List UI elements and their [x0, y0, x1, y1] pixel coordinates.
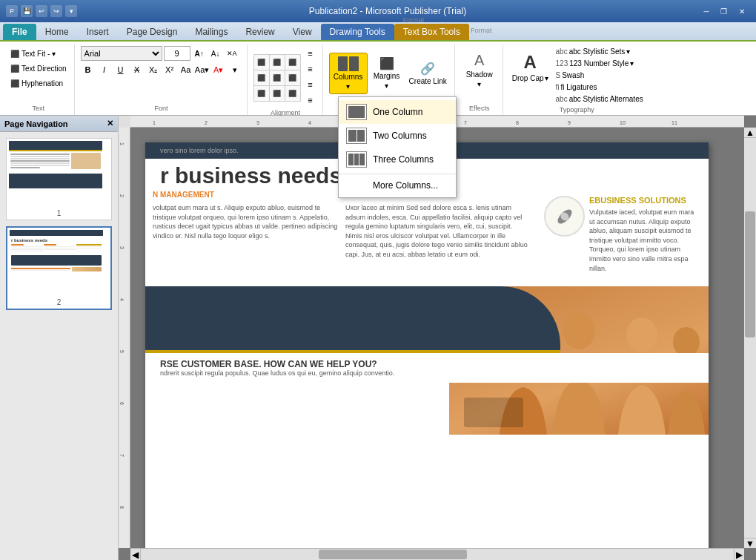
title-bar-left: P 💾 ↩ ↪ ▾	[6, 5, 77, 17]
hyphenation-button[interactable]: ⬛ Hyphenation	[7, 76, 70, 90]
panel-close-icon[interactable]: ✕	[107, 119, 113, 128]
clear-format-button[interactable]: ✕A	[225, 46, 239, 61]
shadow-button[interactable]: A Shadow ▾	[461, 49, 498, 90]
align-bot-right[interactable]: ⬛	[285, 85, 301, 102]
scrollbar-horizontal[interactable]: ◀ ▶	[130, 548, 744, 560]
font-size-inc2-button[interactable]: Aa	[179, 62, 193, 77]
minimize-button[interactable]: ─	[698, 4, 714, 18]
tab-drawing-tools[interactable]: Drawing Tools	[321, 24, 394, 40]
tab-view[interactable]: View	[284, 24, 321, 40]
text-group: ⬛ Text Fit - ▾ ⬛ Text Direction ⬛ Hyphen…	[3, 45, 75, 115]
three-columns-item[interactable]: Three Columns	[339, 148, 456, 171]
text-direction-button[interactable]: ⬛ Text Direction	[7, 61, 70, 76]
change-case-button[interactable]: Aa▾	[195, 62, 210, 77]
align-left-button[interactable]: ≡	[303, 46, 318, 61]
tab-review[interactable]: Review	[236, 24, 283, 40]
typography-group: A Drop Cap ▾ abc abc Stylistic Sets ▾ 12…	[505, 45, 649, 115]
scrollbar-thumb[interactable]	[745, 211, 755, 337]
scroll-right-button[interactable]: ▶	[734, 549, 744, 560]
thumb-image-2: r business needs	[10, 230, 103, 297]
italic-button[interactable]: I	[97, 62, 112, 77]
tab-insert[interactable]: Insert	[78, 24, 118, 40]
save-quick-icon[interactable]: 💾	[21, 5, 33, 17]
align-mid-right[interactable]: ⬛	[285, 70, 301, 86]
align-top-right[interactable]: ⬛	[285, 54, 301, 70]
font-size-input[interactable]	[164, 46, 190, 61]
justify-button[interactable]: ≡	[303, 93, 318, 108]
scroll-left-button[interactable]: ◀	[130, 549, 141, 560]
text-highlight-button[interactable]: ▾	[228, 62, 242, 77]
customer-section: RSE CUSTOMER BASE. HOW CAN WE HELP YOU? …	[145, 353, 709, 383]
panel-header: Page Navigation ✕	[0, 116, 118, 132]
title-bar: P 💾 ↩ ↪ ▾ Publication2 - Microsoft Publi…	[0, 0, 756, 22]
ruler-corner	[119, 116, 130, 128]
tab-file[interactable]: File	[3, 24, 36, 40]
one-column-item[interactable]: One Column	[339, 100, 456, 124]
left-panel: Page Navigation ✕	[0, 116, 119, 560]
bold-button[interactable]: B	[81, 62, 96, 77]
page-thumb-1[interactable]: 1	[6, 138, 112, 220]
align-mid-center[interactable]: ⬛	[269, 70, 285, 86]
scroll-up-button[interactable]: ▲	[744, 128, 756, 138]
align-bot-center[interactable]: ⬛	[269, 85, 285, 102]
scrollbar-vertical[interactable]: ▲ ▼	[744, 128, 756, 548]
thumb-image-1	[9, 141, 102, 208]
margins-button[interactable]: ⬛ Margins ▾	[371, 53, 403, 94]
effects-group-label: Effects	[461, 103, 498, 113]
ribbon-tabs: File Home Insert Page Design Mailings Re…	[0, 22, 756, 42]
stylistic-alternates-row: abc abc Stylistic Alternates	[554, 93, 645, 105]
tab-textbox-tools[interactable]: Text Box Tools	[394, 24, 469, 40]
font-group-label: Font	[81, 103, 242, 113]
drop-cap-button[interactable]: A Drop Cap ▾	[509, 46, 551, 88]
create-link-button[interactable]: 🔗 Create Link	[406, 53, 450, 94]
pill-icon	[544, 196, 585, 237]
svg-point-5	[673, 327, 700, 357]
page-canvas: vero sino lorem dolor ipso. r business n…	[145, 142, 709, 558]
close-button[interactable]: ✕	[734, 4, 750, 18]
align-top-center[interactable]: ⬛	[269, 54, 285, 70]
align-top-left[interactable]: ⬛	[253, 54, 270, 70]
text-fit-button[interactable]: ⬛ Text Fit - ▾	[7, 46, 59, 61]
more-columns-item[interactable]: More Columns...	[339, 177, 456, 194]
font-color-button[interactable]: A▾	[211, 62, 226, 77]
text-group-label: Text	[7, 103, 70, 113]
align-mid-left[interactable]: ⬛	[253, 70, 270, 86]
dark-curve-shape	[145, 286, 560, 353]
align-bot-left[interactable]: ⬛	[253, 85, 270, 102]
more-quick-icon[interactable]: ▾	[65, 5, 77, 17]
scrollbar-thumb-h[interactable]	[319, 550, 467, 559]
ruler-vertical: 1 2 3 4 5 6 7 8	[119, 128, 130, 548]
svg-point-2	[563, 312, 595, 349]
text-fit-icon: ⬛	[10, 50, 19, 58]
page-thumbnails: 1 r business needs	[0, 132, 118, 316]
tab-page-design[interactable]: Page Design	[118, 24, 187, 40]
restore-button[interactable]: ❐	[716, 4, 732, 18]
customer-title: RSE CUSTOMER BASE. HOW CAN WE HELP YOU?	[160, 359, 694, 369]
undo-quick-icon[interactable]: ↩	[36, 5, 47, 17]
align-right-button[interactable]: ≡	[303, 77, 318, 92]
left-column: N MANAGEMENT volutpat eum mara ut s. Ali…	[153, 190, 338, 279]
decrease-font-button[interactable]: A↓	[208, 46, 223, 61]
subscript-button[interactable]: X₂	[146, 62, 161, 77]
font-group: Arial A↑ A↓ ✕A B I U X X₂ X² Aa Aa▾ A▾ ▾…	[76, 45, 248, 115]
align-center-button[interactable]: ≡	[303, 62, 318, 76]
underline-button[interactable]: U	[113, 62, 128, 77]
page-content-area: N MANAGEMENT volutpat eum mara ut s. Ali…	[145, 190, 709, 279]
window-title: Publication2 - Microsoft Publisher (Tria…	[309, 6, 466, 16]
superscript-button[interactable]: X²	[162, 62, 177, 77]
page-navigation-label: Page Navigation	[4, 119, 68, 128]
alignment-group: ⬛ ⬛ ⬛ ⬛ ⬛ ⬛ ⬛ ⬛ ⬛ ≡ ≡ ≡ ≡ Alignment	[249, 45, 323, 115]
tab-mailings[interactable]: Mailings	[186, 24, 236, 40]
strikethrough-button[interactable]: X	[130, 62, 145, 77]
thumb-label-2: 2	[10, 298, 108, 306]
increase-font-button[interactable]: A↑	[192, 46, 207, 61]
tab-home[interactable]: Home	[36, 24, 78, 40]
page-thumb-2[interactable]: r business needs	[6, 226, 112, 310]
font-name-select[interactable]: Arial	[81, 46, 162, 61]
two-column-icon	[346, 128, 367, 144]
scroll-down-button[interactable]: ▼	[744, 538, 756, 548]
two-columns-item[interactable]: Two Columns	[339, 124, 456, 148]
text-fit-row: ⬛ Text Fit - ▾	[7, 46, 70, 61]
redo-quick-icon[interactable]: ↪	[50, 5, 62, 17]
columns-button[interactable]: Columns ▾	[329, 53, 368, 94]
